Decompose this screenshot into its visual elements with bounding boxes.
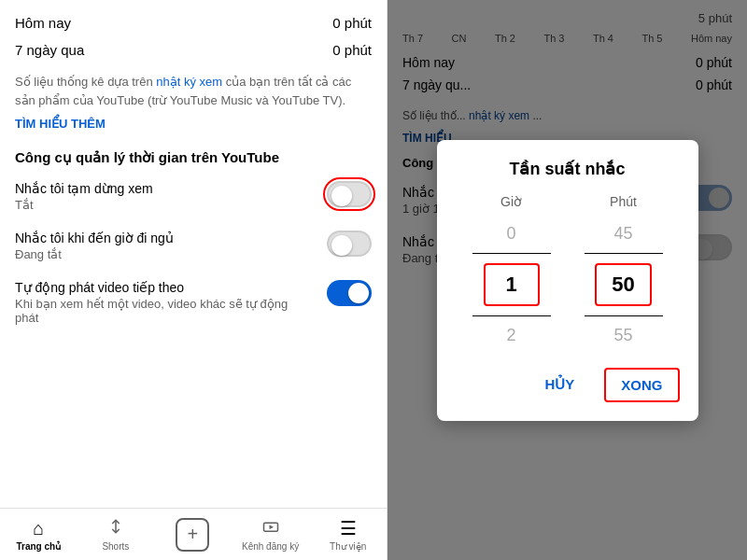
add-icon: + [176,518,209,552]
toggle-pause[interactable] [327,181,372,207]
modal-tan-suat: Tần suất nhắc Giờ Phút 0 1 2 [437,140,698,421]
right-panel: 5 phút Th 7 CN Th 2 Th 3 Th 4 Th 5 Hôm n… [388,0,747,560]
left-content: Hôm nay 0 phút 7 ngày qua 0 phút Số liệu… [0,0,387,508]
modal-title: Tần suất nhắc [456,159,680,179]
col-header-phut: Phút [577,194,670,209]
stat-value-7days: 0 phút [332,42,372,58]
picker-col-gio: 0 1 2 [465,217,558,353]
toggle-autoplay-thumb [348,283,369,303]
home-icon: ⌂ [33,518,44,539]
setting-autoplay-info: Tự động phát video tiếp theo Khi bạn xem… [15,280,312,325]
nav-item-library[interactable]: ☰ Thư viện [320,517,376,552]
stat-row-7days: 7 ngày qua 0 phút [15,42,372,58]
picker-gio-box: 1 [484,263,540,306]
learn-more-link[interactable]: TÌM HIỂU THÊM [15,117,372,131]
toggle-sleep-thumb [331,235,352,256]
toggle-sleep[interactable] [327,231,372,257]
picker-phut-45[interactable]: 45 [577,217,670,251]
setting-pause: Nhắc tôi tạm dừng xem Tắt [15,181,372,212]
nav-label-subscriptions: Kênh đăng ký [242,541,299,552]
done-button[interactable]: XONG [604,368,679,402]
section-title: Công cụ quản lý thời gian trên YouTube [15,149,372,166]
toggle-sleep-container [327,231,372,257]
picker-phut-55[interactable]: 55 [577,318,670,353]
picker-phut-selected[interactable]: 50 [577,256,670,314]
picker-gio-0[interactable]: 0 [465,217,558,251]
setting-autoplay-name: Tự động phát video tiếp theo [15,280,312,295]
modal-actions: HỦY XONG [456,368,680,402]
nav-label-library: Thư viện [330,541,366,552]
subscriptions-icon [262,518,279,539]
picker-phut-box: 50 [595,263,651,306]
setting-sleep: Nhắc tôi khi đến giờ đi ngủ Đang tắt [15,231,372,261]
toggle-pause-thumb [331,186,352,206]
setting-sleep-sub: Đang tắt [15,247,312,261]
svg-marker-2 [269,525,274,529]
bottom-nav: ⌂ Trang chủ Shorts + [0,508,387,560]
setting-autoplay: Tự động phát video tiếp theo Khi bạn xem… [15,280,372,325]
nav-item-shorts[interactable]: Shorts [88,518,144,552]
library-icon: ☰ [340,517,357,539]
stat-row-today: Hôm nay 0 phút [15,15,372,31]
picker-col-phut: 45 50 55 [577,217,670,353]
modal-cols-header: Giờ Phút [456,194,680,209]
nav-item-home[interactable]: ⌂ Trang chủ [10,518,66,552]
setting-pause-sub: Tắt [15,198,312,212]
cancel-button[interactable]: HỦY [537,368,582,402]
nav-item-add[interactable]: + [164,518,220,552]
setting-pause-name: Nhắc tôi tạm dừng xem [15,181,312,196]
stat-label-7days: 7 ngày qua [15,42,84,58]
toggle-autoplay[interactable] [327,280,372,306]
toggle-autoplay-container [327,280,372,306]
picker-gio-selected[interactable]: 1 [465,256,558,314]
setting-autoplay-sub: Khi bạn xem hết một video, video khác sẽ… [15,297,312,325]
nhat-ky-xem-link[interactable]: nhật ký xem [156,75,222,89]
picker-gio-2[interactable]: 2 [465,318,558,353]
setting-pause-info: Nhắc tôi tạm dừng xem Tắt [15,181,312,212]
setting-sleep-name: Nhắc tôi khi đến giờ đi ngủ [15,231,312,245]
nav-label-home: Trang chủ [16,541,61,552]
stat-value-today: 0 phút [332,15,372,31]
modal-overlay: Tần suất nhắc Giờ Phút 0 1 2 [388,0,747,560]
setting-sleep-info: Nhắc tôi khi đến giờ đi ngủ Đang tắt [15,231,312,261]
toggle-pause-container [327,181,372,207]
nav-item-subscriptions[interactable]: Kênh đăng ký [242,518,299,552]
left-panel: Hôm nay 0 phút 7 ngày qua 0 phút Số liệu… [0,0,388,560]
description-text: Số liệu thống kê dựa trên nhật ký xem củ… [15,73,372,109]
col-header-gio: Giờ [465,194,558,209]
picker-container: 0 1 2 45 50 [456,217,680,353]
stat-label-today: Hôm nay [15,15,71,31]
shorts-icon [107,518,124,539]
nav-label-shorts: Shorts [102,541,129,552]
